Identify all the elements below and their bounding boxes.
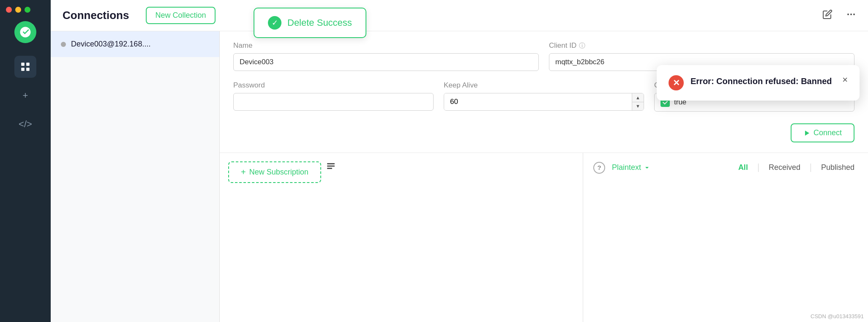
svg-point-5 bbox=[850, 14, 852, 15]
filter-divider-2 bbox=[811, 164, 811, 172]
header: Connections New Collection ✓ Delete Succ… bbox=[51, 0, 868, 31]
svg-rect-9 bbox=[327, 166, 335, 167]
keepalive-label: Keep Alive bbox=[444, 81, 644, 90]
dropdown-icon bbox=[644, 164, 650, 171]
spinner-down-button[interactable]: ▼ bbox=[632, 102, 644, 111]
subscription-right: ? Plaintext All Received Published bbox=[583, 153, 868, 322]
traffic-light-green[interactable] bbox=[25, 7, 30, 13]
code-icon: </> bbox=[19, 119, 32, 130]
svg-rect-0 bbox=[21, 63, 25, 66]
traffic-lights bbox=[0, 7, 30, 13]
page-title: Connections bbox=[63, 9, 129, 22]
play-icon bbox=[803, 130, 810, 136]
svg-marker-7 bbox=[805, 131, 809, 136]
connections-icon bbox=[20, 61, 31, 72]
error-close-button[interactable]: × bbox=[842, 75, 848, 85]
svg-rect-10 bbox=[327, 168, 332, 169]
name-label: Name bbox=[233, 41, 539, 50]
toast-success: ✓ Delete Success bbox=[254, 8, 366, 38]
left-panel: Device003@192.168.... bbox=[51, 31, 220, 322]
toast-message: Delete Success bbox=[287, 17, 352, 28]
keepalive-input[interactable] bbox=[444, 93, 632, 110]
device-item[interactable]: Device003@192.168.... bbox=[51, 31, 219, 57]
connect-label: Connect bbox=[813, 128, 842, 137]
subscription-toolbar: ? Plaintext All Received Published bbox=[593, 161, 858, 174]
error-title: Error: Connection refused: Banned bbox=[691, 75, 835, 87]
device-name: Device003@192.168.... bbox=[71, 40, 150, 49]
new-subscription-button[interactable]: + New Subscription bbox=[228, 161, 321, 183]
svg-rect-2 bbox=[21, 68, 25, 71]
spinner-up-button[interactable]: ▲ bbox=[632, 93, 644, 102]
subscription-left: + New Subscription bbox=[220, 153, 583, 322]
sidebar-item-connections[interactable] bbox=[14, 56, 36, 78]
connect-button[interactable]: Connect bbox=[791, 123, 854, 142]
toast-check-icon: ✓ bbox=[268, 16, 281, 30]
logo-icon bbox=[14, 21, 36, 43]
help-icon[interactable]: ? bbox=[593, 162, 605, 174]
svg-rect-3 bbox=[26, 68, 30, 71]
form-group-password: Password bbox=[233, 81, 434, 112]
password-input[interactable] bbox=[233, 93, 434, 111]
sidebar-item-add[interactable]: + bbox=[14, 85, 36, 106]
device-status-dot bbox=[61, 42, 66, 47]
keepalive-spinner: ▲ ▼ bbox=[444, 93, 644, 111]
edit-button[interactable] bbox=[822, 9, 833, 22]
add-icon: + bbox=[23, 90, 28, 101]
collapse-button[interactable] bbox=[326, 161, 336, 173]
svg-point-4 bbox=[847, 14, 849, 15]
form-group-name: Name bbox=[233, 41, 539, 71]
spinner-buttons: ▲ ▼ bbox=[632, 93, 644, 110]
form-actions: Connect bbox=[233, 122, 854, 142]
more-button[interactable] bbox=[846, 9, 856, 22]
clientid-label: Client ID ⓘ bbox=[549, 41, 854, 50]
svg-rect-8 bbox=[327, 163, 335, 164]
new-subscription-label: New Subscription bbox=[249, 168, 308, 177]
filter-all-button[interactable]: All bbox=[735, 161, 751, 174]
form-group-keepalive: Keep Alive ▲ ▼ bbox=[444, 81, 644, 112]
traffic-light-red[interactable] bbox=[6, 7, 12, 13]
error-modal: ✕ Error: Connection refused: Banned × bbox=[657, 65, 860, 101]
collapse-icon bbox=[326, 161, 336, 171]
sidebar: + </> bbox=[0, 0, 51, 322]
main-content: Connections New Collection ✓ Delete Succ… bbox=[51, 0, 868, 322]
plaintext-label: Plaintext bbox=[612, 163, 641, 172]
more-icon bbox=[846, 9, 856, 19]
plaintext-button[interactable]: Plaintext bbox=[612, 163, 650, 172]
name-input[interactable] bbox=[233, 53, 539, 71]
clientid-help-icon: ⓘ bbox=[579, 42, 585, 50]
error-content: Error: Connection refused: Banned bbox=[691, 75, 835, 87]
logo-svg bbox=[19, 26, 32, 38]
content-area: Device003@192.168.... Name Client ID ⓘ bbox=[51, 31, 868, 322]
sidebar-item-code[interactable]: </> bbox=[14, 113, 36, 135]
filter-received-button[interactable]: Received bbox=[765, 161, 804, 174]
password-label: Password bbox=[233, 81, 434, 90]
svg-point-6 bbox=[853, 14, 855, 15]
subscription-section: + New Subscription ? bbox=[220, 153, 868, 322]
edit-icon bbox=[822, 9, 833, 19]
traffic-light-yellow[interactable] bbox=[15, 7, 21, 13]
new-collection-button[interactable]: New Collection bbox=[146, 7, 215, 24]
watermark: CSDN @u013433591 bbox=[811, 313, 864, 319]
plus-icon: + bbox=[241, 167, 246, 177]
filter-divider-1 bbox=[758, 164, 759, 172]
error-icon: ✕ bbox=[669, 75, 684, 90]
svg-rect-1 bbox=[26, 63, 30, 66]
filter-published-button[interactable]: Published bbox=[818, 161, 858, 174]
